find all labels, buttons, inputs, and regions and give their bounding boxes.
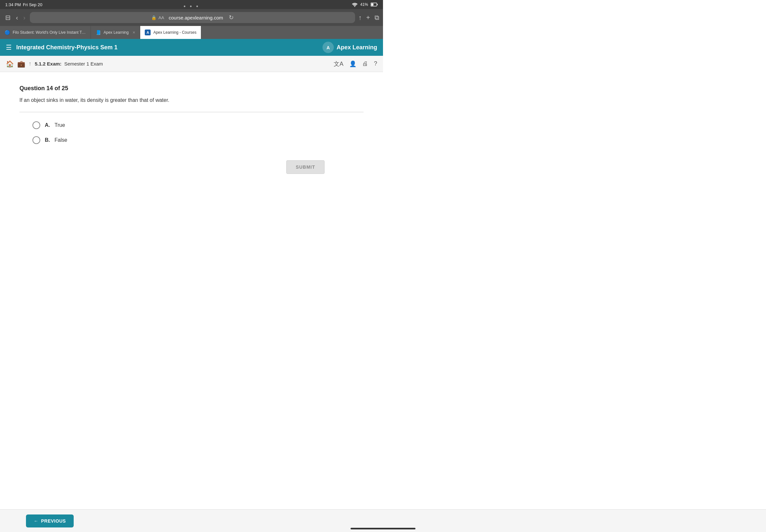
print-button[interactable]: 🖨 — [362, 60, 368, 67]
reload-button[interactable]: ↻ — [229, 14, 234, 21]
option-a-letter: A. — [45, 122, 50, 128]
exam-code: 5.1.2 Exam: — [35, 61, 62, 67]
apex-courses-tab-label: Apex Learning - Courses — [153, 30, 196, 35]
option-b-letter: B. — [45, 137, 50, 143]
option-a[interactable]: A. True — [32, 121, 363, 129]
hamburger-menu-button[interactable]: ☰ — [6, 43, 12, 51]
tab-switcher-button[interactable]: ⧉ — [374, 14, 379, 21]
option-b-text: False — [55, 137, 67, 143]
svg-rect-3 — [377, 4, 378, 5]
breadcrumb-right: 文A 👤 🖨 ? — [334, 60, 377, 68]
submit-button[interactable]: SUBMIT — [286, 160, 324, 174]
status-left: 1:34 PM Fri Sep 20 — [5, 2, 42, 7]
apex-logo-icon: A — [322, 42, 334, 53]
translate-button[interactable]: 文A — [334, 60, 343, 68]
breadcrumb-separator: ↑ — [29, 60, 31, 67]
url-display: course.apexlearning.com — [169, 15, 223, 20]
submit-area: SUBMIT — [19, 160, 363, 174]
share-button[interactable]: ↑ — [358, 14, 361, 21]
apex-courses-tab-icon: A — [145, 30, 151, 35]
date-display: Fri Sep 20 — [23, 2, 42, 7]
battery-icon — [371, 3, 378, 6]
svg-rect-2 — [371, 4, 373, 6]
apex-logo: A Apex Learning — [322, 42, 377, 53]
breadcrumb-left: 🏠 💼 ↑ 5.1.2 Exam: Semester 1 Exam — [6, 60, 103, 68]
forward-button[interactable]: › — [22, 13, 27, 23]
status-right: 41% — [352, 2, 378, 7]
wifi-icon — [352, 3, 358, 7]
apex-logo-text: Apex Learning — [336, 44, 377, 51]
svg-point-0 — [354, 6, 355, 7]
breadcrumb-bar: 🏠 💼 ↑ 5.1.2 Exam: Semester 1 Exam 文A 👤 🖨… — [0, 56, 383, 72]
question-divider — [19, 112, 363, 112]
accessibility-button[interactable]: 👤 — [349, 60, 356, 67]
tab-apex[interactable]: 📘 Apex Learning ✕ — [91, 26, 140, 39]
question-number: Question 14 of 25 — [19, 85, 363, 92]
radio-a[interactable] — [32, 121, 40, 129]
browser-toolbar-right: ↑ + ⧉ — [358, 14, 379, 21]
nav-icons: ⊟ ‹ › — [4, 12, 27, 23]
new-tab-button[interactable]: + — [366, 14, 370, 21]
apex-tab-label: Apex Learning — [103, 30, 128, 35]
filo-tab-icon: 🔵 — [5, 30, 10, 35]
tabs-bar: 🔵 Filo Student: World's Only Live Instan… — [0, 26, 383, 39]
status-bar: 1:34 PM Fri Sep 20 • • • 41% — [0, 0, 383, 9]
lock-icon: 🔒 — [151, 15, 156, 20]
help-button[interactable]: ? — [374, 60, 377, 67]
briefcase-button[interactable]: 💼 — [17, 60, 25, 68]
battery-display: 41% — [360, 2, 368, 7]
filo-tab-label: Filo Student: World's Only Live Instant … — [13, 30, 86, 35]
apex-tab-close[interactable]: ✕ — [132, 30, 135, 35]
option-b[interactable]: B. False — [32, 136, 363, 144]
tab-filo[interactable]: 🔵 Filo Student: World's Only Live Instan… — [0, 26, 91, 39]
course-header-left: ☰ Integrated Chemistry-Physics Sem 1 — [6, 43, 117, 51]
back-button[interactable]: ‹ — [15, 13, 19, 23]
svg-text:A: A — [326, 45, 330, 50]
font-size-label: AA — [158, 15, 164, 20]
home-button[interactable]: 🏠 — [6, 60, 14, 68]
option-a-text: True — [55, 122, 65, 128]
question-text: If an object sinks in water, its density… — [19, 96, 363, 104]
time-display: 1:34 PM — [5, 2, 21, 7]
main-content: Question 14 of 25 If an object sinks in … — [0, 72, 383, 187]
radio-b[interactable] — [32, 136, 40, 144]
browser-chrome: ⊟ ‹ › 🔒 AA course.apexlearning.com ↻ ↑ +… — [0, 9, 383, 26]
breadcrumb-text: 5.1.2 Exam: Semester 1 Exam — [35, 61, 103, 67]
apex-tab-icon: 📘 — [95, 30, 101, 35]
dots-menu: • • • — [184, 3, 200, 10]
exam-title: Semester 1 Exam — [64, 61, 103, 67]
course-header: ☰ Integrated Chemistry-Physics Sem 1 A A… — [0, 39, 383, 56]
address-bar[interactable]: 🔒 AA course.apexlearning.com ↻ — [30, 12, 355, 23]
options-list: A. True B. False — [32, 121, 363, 144]
tab-apex-courses[interactable]: A Apex Learning - Courses — [140, 26, 201, 39]
sidebar-toggle-button[interactable]: ⊟ — [4, 12, 12, 23]
course-title: Integrated Chemistry-Physics Sem 1 — [16, 44, 117, 51]
